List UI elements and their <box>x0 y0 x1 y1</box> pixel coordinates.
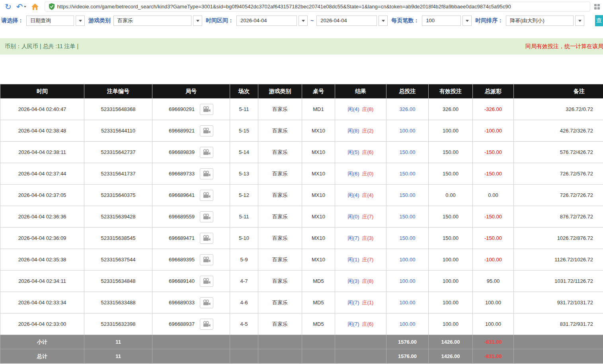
video-camera-icon <box>203 214 211 220</box>
bet-records-table: 时间 注单编号 局号 场次 游戏类别 桌号 结果 总投注 有效投注 总派彩 备注… <box>0 84 603 364</box>
result-player: 闲(7) <box>348 235 359 241</box>
cell-total-bet[interactable]: 150.00 <box>386 228 429 249</box>
range-separator: ~ <box>310 18 314 24</box>
apps-grid-icon[interactable] <box>594 4 600 10</box>
sort-value[interactable]: 降幂(由大到小) <box>506 16 574 26</box>
refresh-button[interactable]: ↻ <box>2 2 14 12</box>
cell-result: 闲(5)庄(6) <box>335 142 386 163</box>
video-replay-button[interactable] <box>200 233 213 244</box>
date-to-value[interactable]: 2026-04-04 <box>316 16 377 26</box>
summary-empty <box>258 335 302 349</box>
cell-table-no: MX10 <box>302 206 335 228</box>
game-type-value[interactable]: 百家乐 <box>113 16 191 26</box>
summary-remark <box>514 349 603 364</box>
filter-group-time-range: 时间区间： 2026-04-04 ~ 2026-04-04 <box>206 16 388 26</box>
video-replay-button[interactable] <box>200 297 213 308</box>
cell-time: 2026-04-04 02:37:05 <box>0 185 84 206</box>
summary-empty <box>335 335 386 349</box>
cell-time: 2026-04-04 02:35:38 <box>0 249 84 271</box>
video-replay-button[interactable] <box>200 125 213 136</box>
search-button[interactable]: 查 <box>595 15 603 26</box>
cell-total-bet[interactable]: 150.00 <box>386 142 429 163</box>
cell-remark: 931.72/1031.72 <box>514 292 603 313</box>
col-valid-bet: 有效投注 <box>429 84 473 99</box>
cell-payout: 95.00 <box>473 271 514 292</box>
cell-total-bet[interactable]: 150.00 <box>386 163 429 185</box>
cell-session: 5-9 <box>230 249 258 271</box>
video-camera-icon <box>203 300 211 306</box>
undo-button[interactable]: ↶ <box>14 2 29 12</box>
cell-round: 696689395 <box>152 249 230 271</box>
cell-game-type: 百家乐 <box>258 185 302 206</box>
video-replay-button[interactable] <box>200 168 213 179</box>
cell-round: 696690291 <box>152 99 230 120</box>
cell-session: 5-15 <box>230 120 258 142</box>
date-from-select[interactable]: 2026-04-04 <box>236 16 308 26</box>
game-type-arrow-button[interactable] <box>193 16 202 26</box>
cell-payout: -100.00 <box>473 120 514 142</box>
cell-time: 2026-04-04 02:33:34 <box>0 292 84 313</box>
cell-total-bet[interactable]: 100.00 <box>386 249 429 271</box>
filter-group-game-type: 游戏类别 百家乐 <box>88 16 202 26</box>
sort-arrow-button[interactable] <box>575 16 584 26</box>
date-from-value[interactable]: 2026-04-04 <box>236 16 297 26</box>
cell-total-bet[interactable]: 326.00 <box>386 99 429 120</box>
cell-payout: 100.00 <box>473 292 514 313</box>
cell-session: 5-13 <box>230 163 258 185</box>
home-button[interactable] <box>29 2 41 11</box>
cell-total-bet[interactable]: 150.00 <box>386 206 429 228</box>
cell-total-bet[interactable]: 100.00 <box>386 120 429 142</box>
result-player: 闲(6) <box>348 171 359 177</box>
cell-time: 2026-04-04 02:36:09 <box>0 228 84 249</box>
cell-total-bet[interactable]: 100.00 <box>386 271 429 292</box>
cell-table-no: MD5 <box>302 271 335 292</box>
video-replay-button[interactable] <box>200 276 213 287</box>
video-replay-button[interactable] <box>200 147 213 158</box>
address-bar[interactable]: https://videoie.com/game/betrecord_searc… <box>45 2 590 12</box>
cell-total-bet[interactable]: 100.00 <box>386 292 429 313</box>
sort-select[interactable]: 降幂(由大到小) <box>506 16 584 26</box>
sort-label: 时间排序： <box>475 17 503 24</box>
cell-session: 4-6 <box>230 292 258 313</box>
query-type-arrow-button[interactable] <box>76 16 85 26</box>
url-text[interactable]: https://videoie.com/game/betrecord_searc… <box>57 4 511 10</box>
result-banker: 庄(8) <box>362 278 374 284</box>
page-size-value[interactable]: 100 <box>422 16 461 26</box>
cell-valid-bet: 100.00 <box>429 313 473 335</box>
chevron-down-icon <box>79 20 82 22</box>
video-replay-button[interactable] <box>200 190 213 201</box>
date-to-arrow-button[interactable] <box>379 16 388 26</box>
cell-table-no: MX10 <box>302 249 335 271</box>
video-replay-button[interactable] <box>200 211 213 222</box>
cell-bet-id: 523315637544 <box>84 249 152 271</box>
cell-time: 2026-04-04 02:34:11 <box>0 271 84 292</box>
result-player: 闲(7) <box>348 300 359 306</box>
cell-bet-id: 523315634848 <box>84 271 152 292</box>
query-type-value[interactable]: 日期查询 <box>26 16 74 26</box>
cell-round: 696689921 <box>152 120 230 142</box>
cell-payout: -150.00 <box>473 228 514 249</box>
summary-empty <box>302 349 335 364</box>
cell-total-bet[interactable]: 150.00 <box>386 185 429 206</box>
cell-valid-bet: 100.00 <box>429 271 473 292</box>
col-bet-id: 注单编号 <box>84 84 152 99</box>
cell-result: 闲(7)庄(3) <box>335 228 386 249</box>
page-size-select[interactable]: 100 <box>422 16 472 26</box>
video-replay-button[interactable] <box>200 319 213 330</box>
cell-session: 5-10 <box>230 228 258 249</box>
game-type-select[interactable]: 百家乐 <box>113 16 202 26</box>
cell-total-bet[interactable]: 100.00 <box>386 313 429 335</box>
query-type-select[interactable]: 日期查询 <box>26 16 85 26</box>
filter-group-page-size: 每页笔数： 100 <box>391 16 472 26</box>
video-replay-button[interactable] <box>200 104 213 115</box>
col-table-no: 桌号 <box>302 84 335 99</box>
summary-label: 小计 <box>0 335 84 349</box>
cell-result: 闲(7)庄(1) <box>335 292 386 313</box>
cell-remark: 726.72/576.72 <box>514 163 603 185</box>
page-size-arrow-button[interactable] <box>462 16 472 26</box>
round-number: 696689559 <box>169 214 195 220</box>
date-from-arrow-button[interactable] <box>299 16 308 26</box>
video-replay-button[interactable] <box>200 254 213 265</box>
date-to-select[interactable]: 2026-04-04 <box>316 16 388 26</box>
round-number: 696689395 <box>169 257 195 263</box>
